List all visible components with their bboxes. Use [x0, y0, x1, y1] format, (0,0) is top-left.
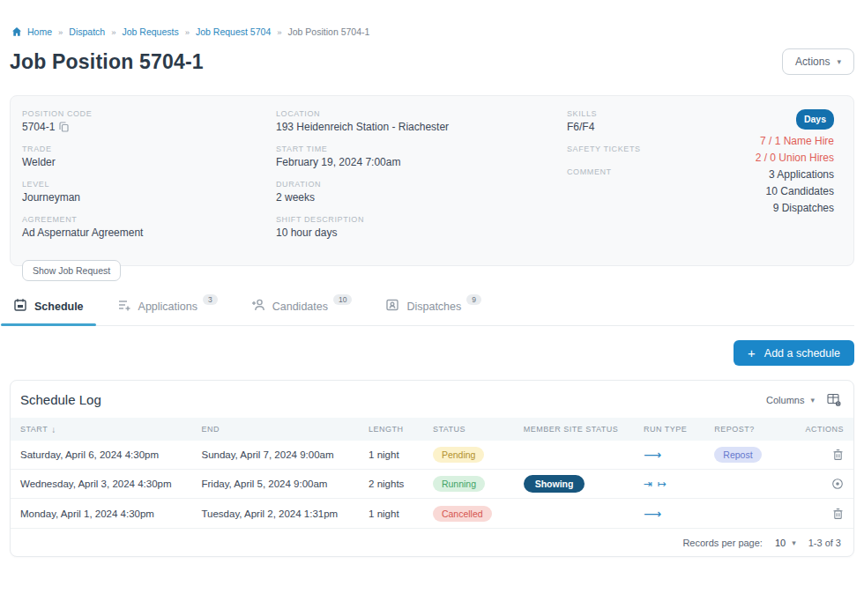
- cell-start: Monday, April 1, 2024 4:30pm: [20, 508, 201, 519]
- toolbar-row: + Add a schedule: [10, 340, 854, 366]
- copy-icon[interactable]: [59, 122, 69, 132]
- id-card-icon: [385, 298, 399, 315]
- column-header-length[interactable]: LENGTH: [369, 425, 433, 434]
- cell-length: 2 nights: [369, 479, 433, 489]
- table-row: Monday, April 1, 2024 4:30pm Tuesday, Ap…: [11, 499, 853, 528]
- record-circle-button[interactable]: [831, 478, 844, 490]
- status-badge: Running: [433, 476, 485, 492]
- field-label: SHIFT DESCRIPTION: [276, 215, 567, 224]
- field-label: COMMENT: [567, 167, 736, 176]
- shift-type-badge: Days: [796, 109, 834, 130]
- job-position-info-card: POSITION CODE 5704-1 TRADE Welder LEVEL …: [10, 95, 854, 266]
- field-shift-description: SHIFT DESCRIPTION 10 hour days: [276, 215, 567, 239]
- position-stats: Days 7 / 1 Name Hire 2 / 0 Union Hires 3…: [736, 109, 842, 281]
- show-job-request-button[interactable]: Show Job Request: [22, 260, 121, 281]
- page-title: Job Position 5704-1: [10, 50, 204, 74]
- field-comment: COMMENT: [567, 167, 736, 179]
- page: Home » Dispatch » Job Requests » Job Req…: [0, 0, 864, 557]
- table-header-row: START ↓ END LENGTH STATUS MEMBER SITE ST…: [11, 418, 853, 441]
- field-label: LOCATION: [276, 109, 567, 118]
- breadcrumb-job-request-5704[interactable]: Job Request 5704: [196, 26, 271, 37]
- records-per-page-label: Records per page:: [682, 538, 763, 548]
- tab-schedule[interactable]: Schedule: [11, 294, 86, 325]
- candidates-stat: 10 Candidates: [736, 183, 834, 200]
- tab-count-badge: 10: [333, 294, 352, 305]
- field-skills: SKILLS F6/F4: [567, 109, 736, 133]
- table-settings-icon[interactable]: [827, 393, 841, 406]
- member-site-status-badge: Showing: [524, 475, 585, 493]
- records-per-page-select[interactable]: 10 ▾: [775, 538, 796, 548]
- column-header-status[interactable]: STATUS: [433, 425, 524, 434]
- cell-length: 1 night: [369, 449, 433, 460]
- schedule-log-card: Schedule Log Columns ▾ START ↓ END LENGT…: [10, 380, 854, 557]
- records-per-page-value: 10: [775, 538, 786, 548]
- tab-applications[interactable]: Applications 3: [115, 294, 220, 325]
- delete-button[interactable]: [832, 508, 844, 520]
- table-row: Wednesday, April 3, 2024 4:30pm Friday, …: [11, 470, 853, 499]
- tab-count-badge: 9: [466, 294, 481, 305]
- column-header-start[interactable]: START ↓: [20, 425, 201, 434]
- schedule-table: START ↓ END LENGTH STATUS MEMBER SITE ST…: [11, 418, 853, 528]
- schedule-log-title: Schedule Log: [20, 392, 101, 407]
- tab-count-badge: 3: [203, 294, 218, 305]
- start-time-value: February 19, 2024 7:00am: [276, 156, 567, 168]
- tab-label: Dispatches: [406, 301, 461, 313]
- field-label: SAFETY TICKETS: [567, 145, 736, 153]
- actions-button[interactable]: Actions ▾: [782, 48, 854, 75]
- columns-dropdown[interactable]: Columns ▾: [766, 395, 815, 405]
- field-label: AGREEMENT: [22, 215, 276, 224]
- info-column-2: LOCATION 193 Heidenreich Station - Riach…: [276, 109, 567, 281]
- field-level: LEVEL Journeyman: [22, 180, 276, 204]
- field-location: LOCATION 193 Heidenreich Station - Riach…: [276, 109, 567, 133]
- tab-dispatches[interactable]: Dispatches 9: [384, 294, 483, 325]
- tab-label: Candidates: [272, 301, 328, 313]
- column-header-run-type[interactable]: RUN TYPE: [644, 425, 714, 434]
- position-code-value: 5704-1: [22, 121, 55, 133]
- cell-end: Tuesday, April 2, 2024 1:31pm: [201, 508, 369, 519]
- chevron-down-icon: ▾: [792, 538, 796, 547]
- status-badge: Cancelled: [433, 506, 492, 522]
- chevron-down-icon: ▾: [810, 396, 815, 404]
- cell-length: 1 night: [369, 508, 433, 519]
- actions-button-label: Actions: [795, 56, 830, 68]
- breadcrumb-separator: »: [111, 27, 115, 37]
- cell-start: Wednesday, April 3, 2024 4:30pm: [20, 479, 201, 489]
- field-start-time: START TIME February 19, 2024 7:00am: [276, 145, 567, 168]
- arrow-right-icon: ⟶: [644, 448, 662, 462]
- breadcrumb-job-requests[interactable]: Job Requests: [122, 26, 178, 37]
- name-hire-stat: 7 / 1 Name Hire: [736, 133, 834, 150]
- skills-value: F6/F4: [567, 121, 736, 133]
- delete-button[interactable]: [832, 449, 844, 461]
- add-schedule-button[interactable]: + Add a schedule: [734, 340, 854, 366]
- schedule-log-header: Schedule Log Columns ▾: [11, 381, 853, 418]
- level-value: Journeyman: [22, 191, 276, 204]
- field-agreement: AGREEMENT Ad Aspernatur Agreement: [22, 215, 276, 239]
- shift-description-value: 10 hour days: [276, 226, 567, 239]
- status-badge: Pending: [433, 447, 485, 463]
- cell-end: Friday, April 5, 2024 9:00am: [201, 479, 369, 489]
- tab-label: Schedule: [34, 301, 84, 313]
- column-header-end[interactable]: END: [201, 425, 369, 434]
- info-column-1: POSITION CODE 5704-1 TRADE Welder LEVEL …: [22, 109, 276, 281]
- breadcrumb-home[interactable]: Home: [27, 26, 52, 37]
- calendar-icon: [13, 298, 27, 315]
- title-row: Job Position 5704-1 Actions ▾: [10, 48, 854, 75]
- field-label: DURATION: [276, 180, 567, 189]
- field-position-code: POSITION CODE 5704-1: [22, 109, 276, 133]
- union-hires-stat: 2 / 0 Union Hires: [736, 150, 834, 167]
- breadcrumb-separator: »: [277, 27, 281, 37]
- info-column-3: SKILLS F6/F4 SAFETY TICKETS COMMENT: [567, 109, 736, 281]
- add-schedule-label: Add a schedule: [764, 347, 840, 360]
- tab-candidates[interactable]: Candidates 10: [250, 294, 354, 325]
- field-label: TRADE: [22, 145, 276, 153]
- breadcrumb-current: Job Position 5704-1: [288, 26, 370, 37]
- pagination-bar: Records per page: 10 ▾ 1-3 of 3: [11, 528, 853, 556]
- breadcrumb-separator: »: [58, 27, 63, 37]
- column-header-repost[interactable]: REPOST?: [714, 425, 793, 434]
- breadcrumb-dispatch[interactable]: Dispatch: [69, 26, 105, 37]
- column-header-member-site-status[interactable]: MEMBER SITE STATUS: [524, 425, 644, 434]
- breadcrumb-separator: »: [185, 27, 190, 37]
- duration-value: 2 weeks: [276, 191, 567, 204]
- tab-label: Applications: [138, 301, 197, 313]
- arrow-right-icon: ⟶: [644, 507, 662, 521]
